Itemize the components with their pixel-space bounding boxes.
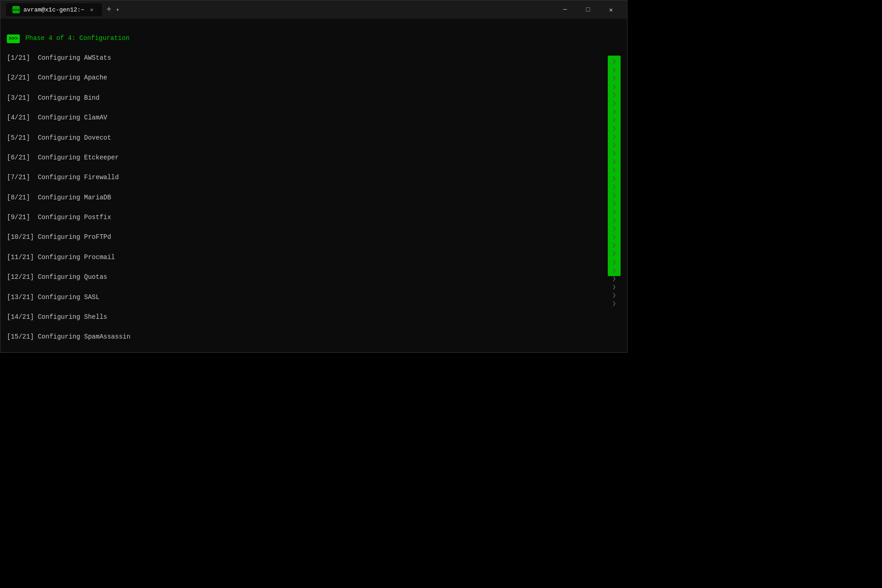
scroll-chevron: ❯ <box>612 291 616 300</box>
minimize-button[interactable]: ─ <box>554 2 576 17</box>
config-line-1: [1/21] Configuring AWStats <box>7 53 621 63</box>
scroll-chevron: ❯ <box>612 275 616 283</box>
config-line-14: [14/21] Configuring Shells <box>7 312 621 322</box>
config-line-7: [7/21] Configuring Firewalld <box>7 173 621 183</box>
scroll-chevron: ❯ <box>612 57 616 66</box>
scroll-chevron: ❯ <box>612 116 616 124</box>
scroll-chevron: ❯ <box>612 83 616 91</box>
config-line-4: [4/21] Configuring ClamAV <box>7 113 621 123</box>
tab-icon: >>> <box>12 6 20 13</box>
config-line-11: [11/21] Configuring Procmail <box>7 253 621 263</box>
config-line-13: [13/21] Configuring SASL <box>7 293 621 303</box>
maximize-button[interactable]: □ <box>577 2 599 17</box>
phase-text: Phase 4 of 4: Configuration <box>25 34 130 42</box>
config-line-6: [6/21] Configuring Etckeeper <box>7 153 621 163</box>
scroll-chevron: ❯ <box>612 266 616 275</box>
config-line-2: [2/21] Configuring Apache <box>7 73 621 83</box>
scroll-chevron: ❯ <box>612 199 616 208</box>
scroll-chevron: ❯ <box>612 149 616 158</box>
scroll-chevron: ❯ <box>612 191 616 199</box>
scroll-chevron: ❯ <box>612 283 616 291</box>
scroll-chevron: ❯ <box>612 183 616 191</box>
close-button[interactable]: ✕ <box>600 2 622 17</box>
config-line-5: [5/21] Configuring Dovecot <box>7 133 621 143</box>
scroll-chevron: ❯ <box>612 124 616 133</box>
terminal-window: >>> avram@x1c-gen12:~ ✕ + ▾ ─ □ ✕ ❯ ❯ ❯ … <box>0 0 628 353</box>
scroll-chevron: ❯ <box>612 241 616 249</box>
tab-label: avram@x1c-gen12:~ <box>23 6 85 13</box>
new-tab-button[interactable]: + <box>104 5 114 14</box>
scroll-chevron: ❯ <box>612 99 616 107</box>
terminal-output: >>> Phase 4 of 4: Configuration [1/21] C… <box>7 23 621 352</box>
terminal-body[interactable]: ❯ ❯ ❯ ❯ ❯ ❯ ❯ ❯ ❯ ❯ ❯ ❯ ❯ ❯ ❯ ❯ ❯ ❯ ❯ ❯ … <box>0 19 627 352</box>
tab-dropdown-button[interactable]: ▾ <box>114 6 121 13</box>
scroll-chevron: ❯ <box>612 300 616 308</box>
phase-line: >>> Phase 4 of 4: Configuration <box>7 34 621 44</box>
scroll-chevron: ❯ <box>612 175 616 183</box>
window-controls: ─ □ ✕ <box>554 2 622 17</box>
scroll-chevron: ❯ <box>612 107 616 116</box>
scroll-chevron: ❯ <box>612 91 616 99</box>
scroll-chevron: ❯ <box>612 249 616 258</box>
config-line-10: [10/21] Configuring ProFTPd <box>7 232 621 243</box>
tab-close-button[interactable]: ✕ <box>88 6 96 13</box>
scroll-chevron: ❯ <box>612 141 616 149</box>
scroll-chevron: ❯ <box>612 233 616 241</box>
scroll-chevron: ❯ <box>612 258 616 266</box>
config-line-3: [3/21] Configuring Bind <box>7 93 621 103</box>
config-line-12: [12/21] Configuring Quotas <box>7 272 621 283</box>
tab-active[interactable]: >>> avram@x1c-gen12:~ ✕ <box>6 3 102 16</box>
config-line-8: [8/21] Configuring MariaDB <box>7 193 621 203</box>
scroll-chevron: ❯ <box>612 74 616 82</box>
phase-badge: >>> <box>7 34 20 43</box>
scroll-chevron: ❯ <box>612 225 616 233</box>
tab-area: >>> avram@x1c-gen12:~ ✕ + ▾ <box>6 3 551 16</box>
scrollbar[interactable]: ❯ ❯ ❯ ❯ ❯ ❯ ❯ ❯ ❯ ❯ ❯ ❯ ❯ ❯ ❯ ❯ ❯ ❯ ❯ ❯ … <box>608 56 621 276</box>
config-line-15: [15/21] Configuring SpamAssassin <box>7 332 621 342</box>
titlebar: >>> avram@x1c-gen12:~ ✕ + ▾ ─ □ ✕ <box>0 0 627 19</box>
scroll-chevron: ❯ <box>612 166 616 174</box>
scroll-chevron: ❯ <box>612 216 616 225</box>
scroll-chevron: ❯ <box>612 208 616 216</box>
scroll-chevron: ❯ <box>612 66 616 74</box>
scroll-chevron: ❯ <box>612 158 616 166</box>
config-line-9: [9/21] Configuring Postfix <box>7 213 621 223</box>
scroll-chevron: ❯ <box>612 133 616 141</box>
